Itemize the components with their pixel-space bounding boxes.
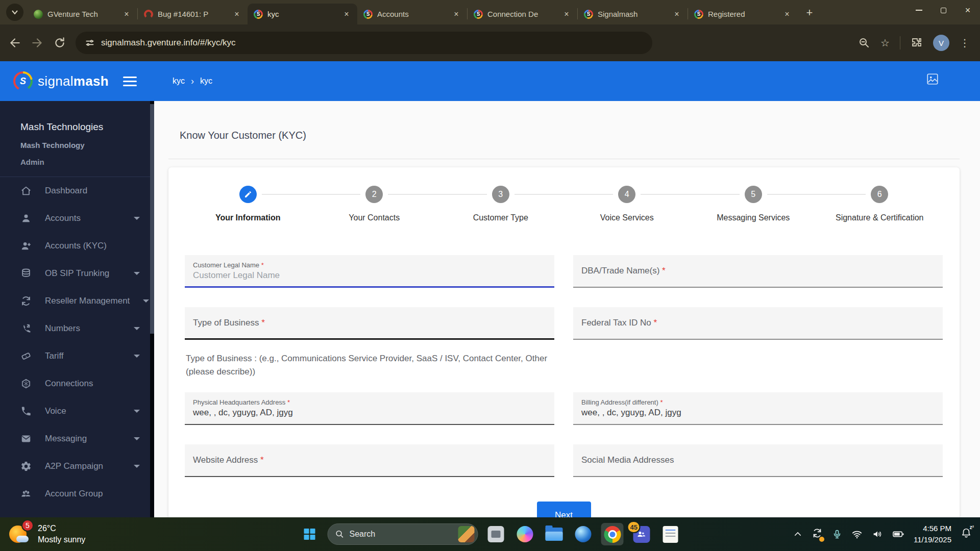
close-icon[interactable]: × <box>451 9 462 20</box>
toolbar-right: ☆ V ⋮ <box>858 35 972 51</box>
scrollbar-thumb[interactable] <box>150 104 154 334</box>
notification-bell-icon[interactable]: z² <box>961 528 972 541</box>
toolbar-separator <box>900 36 900 49</box>
forward-icon[interactable] <box>31 36 44 49</box>
teams-app-icon[interactable]: 45 <box>630 523 653 545</box>
breadcrumb-item[interactable]: kyc <box>200 77 212 86</box>
chrome-icon <box>604 526 621 543</box>
sidebar-item-accounts[interactable]: Accounts <box>0 205 150 232</box>
back-icon[interactable] <box>8 36 21 49</box>
website-address-field[interactable]: Website Address * <box>185 444 554 477</box>
tab-signalmash[interactable]: Signalmash × <box>578 4 688 24</box>
close-icon[interactable]: × <box>671 9 682 20</box>
taskbar-search[interactable]: Search <box>328 523 478 545</box>
role-label: Admin <box>0 158 150 166</box>
reload-icon[interactable] <box>53 36 66 49</box>
tab-accounts[interactable]: Accounts × <box>357 4 467 24</box>
sidebar-item-voice[interactable]: Voice <box>0 397 150 425</box>
sidebar-item-a2p-campaign[interactable]: A2P Campaign <box>0 453 150 480</box>
bookmark-star-icon[interactable]: ☆ <box>880 37 890 49</box>
step-label: Customer Type <box>437 213 564 222</box>
chevron-down-icon <box>134 327 140 330</box>
extensions-icon[interactable] <box>911 37 923 49</box>
customer-legal-name-input[interactable] <box>193 270 546 281</box>
tab-bug[interactable]: Bug #14601: P × <box>138 4 248 24</box>
close-window-button[interactable]: × <box>955 0 980 20</box>
sidebar-item-account-group[interactable]: Account Group <box>0 480 150 508</box>
clock-time: 4:56 PM <box>914 523 951 534</box>
billing-address-field[interactable]: Billing Address(if different) * wee, , d… <box>573 392 943 425</box>
close-icon[interactable]: × <box>231 9 242 20</box>
social-media-field[interactable]: Social Media Addresses <box>573 444 943 477</box>
tray-chevron-up-icon[interactable] <box>793 530 802 539</box>
site-settings-icon[interactable] <box>85 38 95 48</box>
tab-gventure[interactable]: GVenture Tech × <box>28 4 137 24</box>
sidebar-item-tariff[interactable]: Tariff <box>0 342 150 370</box>
tab-kyc-active[interactable]: kyc × <box>248 4 357 24</box>
microphone-icon[interactable] <box>832 529 842 539</box>
step-messaging-services[interactable]: 5 Messaging Services <box>690 186 817 222</box>
sidebar: Mash Technologies Mash Technology Admin … <box>0 101 150 551</box>
step-customer-type[interactable]: 3 Customer Type <box>437 186 564 222</box>
edge-browser-icon[interactable] <box>572 523 595 545</box>
weather-widget[interactable]: 5 26°C Mostly sunny <box>0 522 153 546</box>
hamburger-menu-icon[interactable] <box>123 77 137 86</box>
sidebar-item-connections[interactable]: Connections <box>0 370 150 397</box>
type-of-business-field[interactable]: Type of Business * <box>185 307 554 340</box>
customer-legal-name-field[interactable]: Customer Legal Name * <box>185 255 554 288</box>
close-icon[interactable]: × <box>121 9 132 20</box>
battery-icon[interactable] <box>892 529 904 540</box>
minimize-button[interactable] <box>906 0 931 20</box>
search-highlight-image[interactable] <box>458 526 475 542</box>
step-your-information[interactable]: Your Information <box>185 186 311 222</box>
browser-menu-icon[interactable]: ⋮ <box>960 37 970 49</box>
sync-status-icon[interactable] <box>812 528 823 541</box>
step-voice-services[interactable]: 4 Voice Services <box>564 186 691 222</box>
step-circle: 4 <box>618 186 635 203</box>
close-icon[interactable]: × <box>341 9 352 20</box>
tab-connection[interactable]: Connection De × <box>468 4 577 24</box>
copilot-app-icon[interactable] <box>514 523 536 545</box>
signalmash-wordmark: signalmash <box>38 73 109 89</box>
do-not-disturb-z: z² <box>970 524 974 530</box>
file-explorer-icon[interactable] <box>543 523 566 545</box>
signalmash-logo[interactable]: signalmash <box>13 71 109 91</box>
wifi-icon[interactable] <box>851 529 863 540</box>
step-signature-certification[interactable]: 6 Signature & Certification <box>817 186 943 222</box>
app-window-icon[interactable] <box>485 523 507 545</box>
sidebar-item-accounts-kyc[interactable]: Accounts (KYC) <box>0 232 150 260</box>
url-bar[interactable]: signalmash.gventure.info/#/kyc/kyc <box>76 32 652 54</box>
profile-avatar[interactable]: V <box>933 35 949 51</box>
tab-search-button[interactable] <box>6 4 23 21</box>
sidebar-item-reseller-management[interactable]: Reseller Management <box>0 287 150 315</box>
notepad-icon <box>663 526 678 543</box>
sidebar-item-messaging[interactable]: Messaging <box>0 425 150 453</box>
user-plus-icon <box>20 240 32 252</box>
step-your-contacts[interactable]: 2 Your Contacts <box>311 186 438 222</box>
close-icon[interactable]: × <box>781 9 793 20</box>
sidebar-item-numbers[interactable]: Numbers <box>0 315 150 342</box>
zoom-out-icon[interactable] <box>858 37 870 49</box>
maximize-button[interactable] <box>931 0 955 20</box>
chevron-down-icon <box>134 410 140 413</box>
breadcrumb-item[interactable]: kyc <box>173 77 185 86</box>
taskbar-clock[interactable]: 4:56 PM 11/19/2025 <box>914 523 951 545</box>
physical-address-field[interactable]: Physical Headquarters Address * wee, , d… <box>185 392 554 425</box>
tab-registered[interactable]: Registered × <box>688 4 798 24</box>
start-button[interactable] <box>299 523 321 545</box>
chevron-down-icon <box>134 437 140 440</box>
speaker-icon[interactable] <box>872 529 883 540</box>
sidebar-item-ob-sip-trunking[interactable]: OB SIP Trunking <box>0 260 150 287</box>
new-tab-button[interactable]: + <box>802 5 817 20</box>
browser-tabstrip: GVenture Tech × Bug #14601: P × kyc × Ac… <box>0 0 980 24</box>
signalmash-favicon <box>474 10 483 19</box>
close-icon[interactable]: × <box>561 9 572 20</box>
sidebar-scrollbar[interactable] <box>150 101 154 551</box>
federal-tax-id-field[interactable]: Federal Tax ID No * <box>573 307 943 340</box>
chrome-app-active[interactable] <box>601 523 624 545</box>
dba-trade-name-field[interactable]: DBA/Trade Name(s) * <box>573 255 943 288</box>
notepad-app-icon[interactable] <box>659 523 682 545</box>
tab-title: Signalmash <box>598 10 667 18</box>
sidebar-item-dashboard[interactable]: Dashboard <box>0 177 150 205</box>
tab-title: Registered <box>708 10 777 18</box>
